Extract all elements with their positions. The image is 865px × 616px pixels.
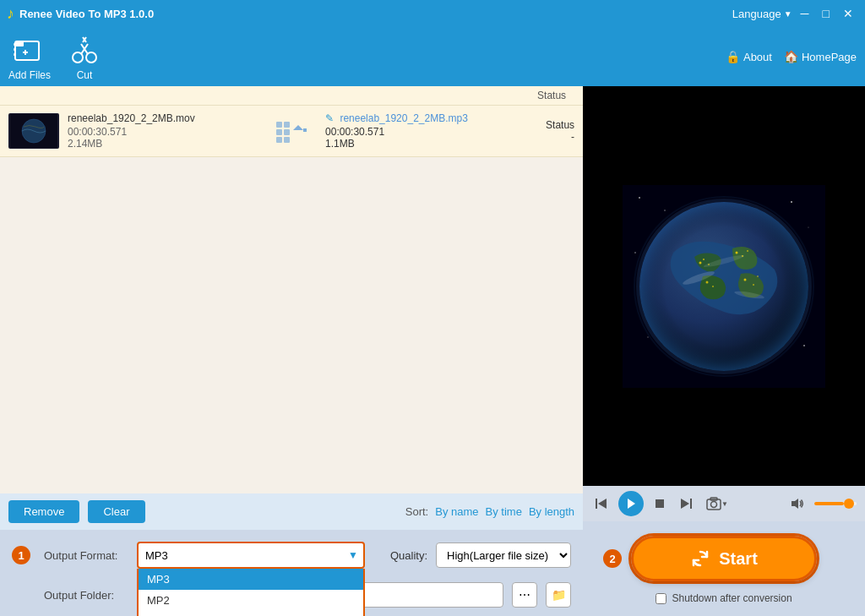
format-select[interactable]: MP3 MP2 M4A WMA AAC AC3 FLAC WAV [137, 542, 365, 569]
titlebar: ♪ Renee Video To MP3 1.0.0 Language ▼ ─ … [0, 0, 865, 27]
shutdown-row: Shutdown after conversion [656, 592, 792, 604]
add-files-icon [13, 32, 46, 66]
svg-rect-56 [690, 499, 692, 509]
svg-point-32 [647, 336, 648, 337]
left-panel: Status reneelab_1920_2_2MB.mov 00:00:30.… [0, 86, 583, 616]
svg-marker-54 [628, 499, 635, 509]
skip-back-button[interactable] [591, 495, 612, 512]
step2-badge: 2 [603, 549, 622, 568]
volume-fill [814, 502, 844, 505]
output-format-label: Output Format: [44, 549, 128, 562]
volume-thumb[interactable] [844, 499, 854, 509]
svg-rect-1 [15, 41, 24, 46]
format-option-mp2[interactable]: MP2 [139, 590, 363, 611]
sort-area: Sort: By name By time By length [405, 505, 574, 518]
input-size: 2.14MB [68, 138, 258, 150]
homepage-button[interactable]: 🏠 HomePage [784, 50, 857, 63]
format-option-mp3[interactable]: MP3 [139, 569, 363, 590]
svg-rect-19 [284, 129, 290, 135]
status-value: - [524, 131, 574, 143]
stop-button[interactable] [650, 496, 669, 511]
svg-point-30 [634, 252, 636, 253]
start-button[interactable]: Start [631, 536, 817, 581]
svg-rect-52 [596, 499, 597, 509]
svg-rect-16 [276, 122, 282, 128]
quality-label: Quality: [390, 549, 427, 562]
titlebar-right: Language ▼ ─ □ ✕ [732, 5, 858, 22]
svg-rect-5 [14, 48, 16, 51]
output-size: 1.1MB [325, 138, 515, 150]
clear-button[interactable]: Clear [88, 500, 144, 523]
sort-by-length[interactable]: By length [529, 505, 574, 518]
start-area: 2 Start [595, 533, 853, 584]
close-button[interactable]: ✕ [838, 5, 858, 22]
format-option-m4a[interactable]: M4A [139, 611, 363, 616]
sort-label: Sort: [405, 505, 428, 518]
start-label: Start [719, 549, 758, 569]
svg-marker-53 [598, 499, 607, 509]
video-preview [583, 86, 865, 486]
sort-by-name[interactable]: By name [435, 505, 478, 518]
volume-button[interactable] [787, 496, 808, 511]
about-label: About [743, 51, 772, 63]
screenshot-button[interactable]: ▼ [703, 495, 732, 512]
output-filename: ✎ reneelab_1920_2_2MB.mp3 [325, 112, 515, 124]
input-duration: 00:00:30.571 [68, 126, 258, 138]
language-button[interactable]: Language ▼ [732, 8, 792, 20]
minimize-button[interactable]: ─ [796, 5, 814, 22]
file-thumbnail [8, 113, 59, 149]
start-icon [690, 548, 710, 569]
svg-point-33 [803, 345, 805, 346]
start-button-wrapper: Start [628, 533, 819, 584]
cut-label: Cut [77, 69, 93, 81]
cut-button[interactable]: Cut [68, 32, 101, 81]
svg-point-28 [791, 201, 792, 203]
table-row[interactable]: reneelab_1920_2_2MB.mov 00:00:30.571 2.1… [0, 106, 583, 157]
svg-marker-57 [681, 499, 689, 509]
skip-forward-button[interactable] [676, 495, 696, 512]
svg-rect-17 [284, 122, 290, 128]
settings-panel: 1 Output Format: MP3 MP2 M4A WMA AAC AC3… [0, 530, 583, 616]
quality-dropdown-container: High(Larger file size) Medium Low [436, 542, 571, 568]
svg-rect-6 [14, 53, 16, 56]
earth-visualization [623, 185, 825, 388]
output-folder-label: Output Folder: [44, 589, 128, 602]
play-button[interactable] [618, 491, 644, 516]
output-file-info: ✎ reneelab_1920_2_2MB.mp3 00:00:30.571 1… [325, 112, 515, 150]
svg-rect-20 [276, 137, 282, 143]
about-button[interactable]: 🔒 About [726, 50, 772, 63]
shutdown-checkbox[interactable] [656, 593, 666, 604]
svg-point-29 [808, 226, 808, 227]
browse-folder-button[interactable]: ⋯ [512, 582, 537, 608]
language-dropdown-icon: ▼ [784, 9, 792, 19]
titlebar-left: ♪ Renee Video To MP3 1.0.0 [7, 5, 154, 23]
volume-slider[interactable] [814, 502, 857, 505]
maximize-button[interactable]: □ [818, 5, 835, 22]
format-dropdown-list[interactable]: MP3 MP2 M4A WMA AAC AC3 FLAC WAV [137, 569, 365, 616]
svg-point-59 [711, 502, 717, 508]
step1-badge: 1 [12, 546, 30, 564]
right-panel: ▼ 2 [583, 86, 865, 616]
status-header-inline: Status [524, 119, 574, 131]
shutdown-label[interactable]: Shutdown after conversion [672, 592, 792, 604]
input-file-info: reneelab_1920_2_2MB.mov 00:00:30.571 2.1… [68, 112, 258, 150]
cut-icon [68, 32, 101, 66]
toolbar: Add Files Cut 🔒 About 🏠 HomePage [0, 27, 865, 86]
svg-rect-4 [14, 43, 16, 46]
svg-rect-18 [276, 129, 282, 135]
add-files-label: Add Files [8, 69, 51, 81]
open-folder-button[interactable]: 📁 [546, 582, 571, 608]
output-format-row: 1 Output Format: MP3 MP2 M4A WMA AAC AC3… [12, 542, 571, 569]
svg-point-46 [639, 202, 808, 371]
remove-button[interactable]: Remove [8, 500, 79, 523]
sort-by-time[interactable]: By time [486, 505, 522, 518]
quality-select[interactable]: High(Larger file size) Medium Low [436, 542, 571, 568]
home-icon: 🏠 [784, 50, 798, 63]
file-list-header: Status [0, 86, 583, 106]
main-content: Status reneelab_1920_2_2MB.mov 00:00:30.… [0, 86, 865, 616]
language-label: Language [732, 8, 781, 20]
status-header: Status [537, 90, 566, 101]
add-files-button[interactable]: Add Files [8, 32, 51, 81]
right-bottom-panel: 2 Start Shutdown after conversi [583, 521, 865, 616]
svg-rect-23 [303, 128, 307, 132]
